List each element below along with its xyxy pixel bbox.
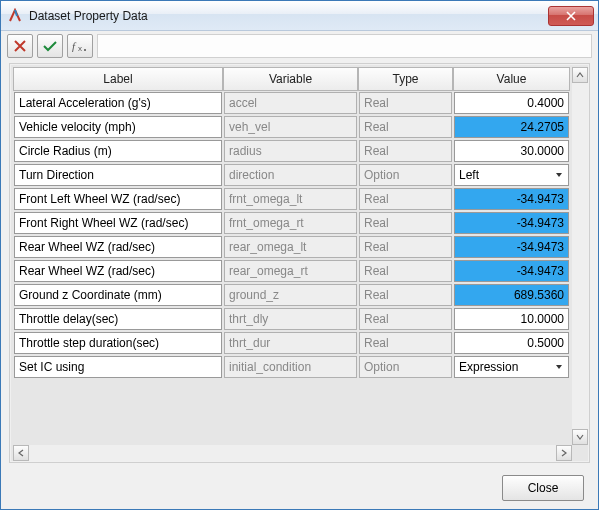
cell-type: Real (359, 308, 452, 330)
app-icon (7, 8, 23, 24)
cell-label[interactable]: Front Right Wheel WZ (rad/sec) (14, 212, 222, 234)
cell-type: Real (359, 260, 452, 282)
cell-value[interactable]: -34.9473 (454, 212, 569, 234)
col-header-label[interactable]: Label (13, 67, 223, 91)
cell-value[interactable]: 10.0000 (454, 308, 569, 330)
horizontal-scrollbar[interactable] (13, 445, 572, 461)
dialog-footer: Close (1, 467, 598, 509)
svg-text:x: x (78, 44, 82, 53)
chevron-down-icon (552, 167, 566, 183)
cell-type: Real (359, 284, 452, 306)
table-row: Lateral Acceleration (g's)accelReal0.400… (13, 91, 570, 115)
cell-label[interactable]: Circle Radius (m) (14, 140, 222, 162)
table-row: Set IC usinginitial_conditionOptionExpre… (13, 355, 570, 379)
cell-value[interactable]: 0.5000 (454, 332, 569, 354)
cell-value[interactable]: 24.2705 (454, 116, 569, 138)
cell-type: Real (359, 236, 452, 258)
window-close-button[interactable] (548, 6, 594, 26)
cell-label[interactable]: Throttle delay(sec) (14, 308, 222, 330)
close-button-label: Close (528, 481, 559, 495)
cell-type: Option (359, 164, 452, 186)
toolbar: f x (1, 31, 598, 61)
cell-label[interactable]: Lateral Acceleration (g's) (14, 92, 222, 114)
close-button[interactable]: Close (502, 475, 584, 501)
table-row: Rear Wheel WZ (rad/sec)rear_omega_rtReal… (13, 259, 570, 283)
cell-type: Real (359, 140, 452, 162)
scroll-down-button[interactable] (572, 429, 588, 445)
cell-label[interactable]: Front Left Wheel WZ (rad/sec) (14, 188, 222, 210)
select-value: Left (459, 165, 479, 185)
scroll-up-button[interactable] (572, 67, 588, 83)
cell-type: Real (359, 332, 452, 354)
cell-variable: frnt_omega_rt (224, 212, 357, 234)
table-header-row: Label Variable Type Value (13, 67, 570, 91)
table-row: Vehicle velocity (mph)veh_velReal24.2705 (13, 115, 570, 139)
table-row: Front Right Wheel WZ (rad/sec)frnt_omega… (13, 211, 570, 235)
col-header-value[interactable]: Value (453, 67, 570, 91)
col-header-type[interactable]: Type (358, 67, 453, 91)
table-row: Turn DirectiondirectionOptionLeft (13, 163, 570, 187)
cell-value-select[interactable]: Expression (454, 356, 569, 378)
table-row: Ground z Coordinate (mm)ground_zReal689.… (13, 283, 570, 307)
dialog-window: Dataset Property Data f x (0, 0, 599, 510)
select-value: Expression (459, 357, 518, 377)
chevron-up-icon (576, 71, 584, 79)
close-icon (566, 11, 576, 21)
accept-button[interactable] (37, 34, 63, 58)
table-row: Throttle delay(sec)thrt_dlyReal10.0000 (13, 307, 570, 331)
cell-label[interactable]: Set IC using (14, 356, 222, 378)
cell-variable: frnt_omega_lt (224, 188, 357, 210)
cell-label[interactable]: Vehicle velocity (mph) (14, 116, 222, 138)
cell-value[interactable]: -34.9473 (454, 188, 569, 210)
window-title: Dataset Property Data (29, 9, 548, 23)
cell-variable: veh_vel (224, 116, 357, 138)
cell-type: Real (359, 92, 452, 114)
cell-value[interactable]: 30.0000 (454, 140, 569, 162)
cancel-button[interactable] (7, 34, 33, 58)
cell-value[interactable]: 0.4000 (454, 92, 569, 114)
cell-type: Option (359, 356, 452, 378)
col-header-variable[interactable]: Variable (223, 67, 358, 91)
cell-variable: thrt_dly (224, 308, 357, 330)
cell-type: Real (359, 116, 452, 138)
cell-label[interactable]: Rear Wheel WZ (rad/sec) (14, 260, 222, 282)
cell-value-select[interactable]: Left (454, 164, 569, 186)
property-table: Label Variable Type Value Lateral Accele… (13, 67, 570, 379)
table-row: Throttle step duration(sec)thrt_durReal0… (13, 331, 570, 355)
titlebar: Dataset Property Data (1, 1, 598, 31)
cell-variable: thrt_dur (224, 332, 357, 354)
table-row: Circle Radius (m)radiusReal30.0000 (13, 139, 570, 163)
scroll-right-button[interactable] (556, 445, 572, 461)
chevron-right-icon (560, 449, 568, 457)
cell-variable: initial_condition (224, 356, 357, 378)
cell-variable: rear_omega_lt (224, 236, 357, 258)
cell-variable: radius (224, 140, 357, 162)
chevron-down-icon (552, 359, 566, 375)
cell-variable: ground_z (224, 284, 357, 306)
table-row: Rear Wheel WZ (rad/sec)rear_omega_ltReal… (13, 235, 570, 259)
cell-variable: rear_omega_rt (224, 260, 357, 282)
fx-button[interactable]: f x (67, 34, 93, 58)
table-row: Front Left Wheel WZ (rad/sec)frnt_omega_… (13, 187, 570, 211)
cell-value[interactable]: 689.5360 (454, 284, 569, 306)
vertical-scrollbar[interactable] (572, 67, 588, 445)
content-panel: Label Variable Type Value Lateral Accele… (9, 63, 590, 463)
scroll-left-button[interactable] (13, 445, 29, 461)
cell-variable: accel (224, 92, 357, 114)
check-green-icon (43, 40, 57, 52)
chevron-down-icon (576, 433, 584, 441)
cell-label[interactable]: Ground z Coordinate (mm) (14, 284, 222, 306)
cell-type: Real (359, 212, 452, 234)
fx-icon: f x (72, 39, 88, 53)
cell-variable: direction (224, 164, 357, 186)
cell-label[interactable]: Turn Direction (14, 164, 222, 186)
chevron-left-icon (17, 449, 25, 457)
cell-value[interactable]: -34.9473 (454, 236, 569, 258)
formula-input[interactable] (97, 34, 592, 58)
cell-type: Real (359, 188, 452, 210)
cell-value[interactable]: -34.9473 (454, 260, 569, 282)
cell-label[interactable]: Throttle step duration(sec) (14, 332, 222, 354)
grid-scroll-area: Label Variable Type Value Lateral Accele… (11, 65, 588, 461)
cell-label[interactable]: Rear Wheel WZ (rad/sec) (14, 236, 222, 258)
x-red-icon (14, 40, 26, 52)
